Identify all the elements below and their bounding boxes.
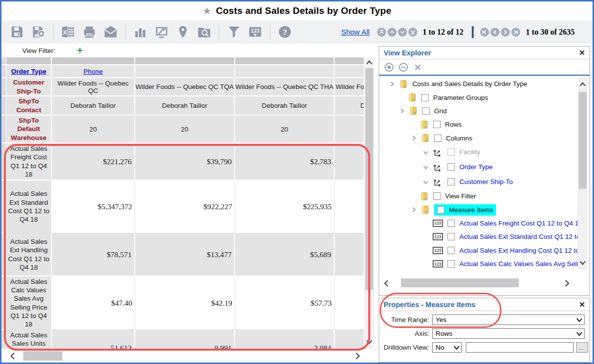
tree-item-parameter-groups[interactable]: Parameter Groups [379,91,578,104]
previous-row-button[interactable] [388,28,396,37]
previous-column-button[interactable] [491,28,499,37]
row-grip[interactable] [1,330,6,349]
next-column-button[interactable] [501,28,510,37]
drilldown-select[interactable]: No [432,342,462,353]
grid-cell [335,276,364,330]
email-icon[interactable] [102,24,119,40]
tree-item-measure-items[interactable]: Measure Items [379,203,578,216]
grid-cell: Wilder Foods -- Quebec QC [52,78,135,96]
bar-chart-icon[interactable] [132,24,148,40]
checkbox[interactable] [422,107,430,115]
remove-icon[interactable] [413,62,423,72]
row-grip[interactable] [1,181,6,233]
print-icon[interactable] [81,24,98,40]
order-type-header-link[interactable]: Order Type [6,65,52,78]
checkbox[interactable] [447,247,455,254]
row-grip[interactable] [1,233,6,276]
scroll-up-icon[interactable] [366,59,373,66]
checkbox[interactable] [447,233,455,240]
checkbox[interactable] [447,220,455,227]
first-row-button[interactable] [377,28,386,37]
scroll-thumb[interactable] [23,351,62,361]
filter-icon[interactable] [225,24,242,40]
row-grip[interactable] [1,143,6,181]
browse-button[interactable]: ... [576,342,588,353]
scroll-thumb[interactable] [579,92,587,189]
format-123-icon[interactable]: 123 [247,24,263,40]
tree-item-columns[interactable]: Columns [379,132,578,145]
chevron-down-icon[interactable] [422,148,430,156]
design-view-icon[interactable] [153,24,170,40]
tree-horizontal-scrollbar[interactable] [379,277,577,290]
chevron-right-icon[interactable] [410,206,418,214]
last-row-button[interactable] [408,28,417,37]
grid-vertical-scrollbar[interactable] [364,57,374,349]
map-pin-icon[interactable] [174,24,191,40]
show-all-link[interactable]: Show All [341,28,370,36]
scroll-thumb[interactable] [365,68,373,290]
chevron-down-icon[interactable] [422,178,430,186]
scroll-up-icon[interactable] [579,81,586,88]
tree-item-order-type[interactable]: Order Type [379,160,578,175]
add-filter-icon[interactable]: + [77,46,83,55]
tree-item-view-filter[interactable]: View Filter [379,189,578,203]
scroll-thumb[interactable] [401,278,519,287]
checkbox[interactable] [421,94,429,101]
axis-select[interactable]: Rows [432,328,585,339]
row-grip[interactable] [1,276,6,330]
last-column-button[interactable] [511,28,520,37]
tree-item-rows[interactable]: Rows [379,118,578,131]
row-grip[interactable] [1,116,6,143]
chevron-right-icon[interactable] [388,80,396,88]
checkbox[interactable] [437,206,445,214]
checkbox[interactable] [447,148,455,156]
chevron-down-icon[interactable] [422,163,430,171]
tree-item-customer-ship-to[interactable]: Customer Ship-To [379,175,578,189]
scroll-right-icon[interactable] [563,279,570,289]
scroll-left-icon[interactable] [9,352,16,362]
checkbox[interactable] [447,178,455,185]
order-type-value-link[interactable]: Phone [52,65,135,78]
tree-item-grid[interactable]: Grid [379,104,578,118]
time-range-select[interactable]: Yes [432,315,585,325]
row-grip[interactable] [1,96,6,116]
find-view-icon[interactable] [196,24,212,40]
scroll-down-icon[interactable] [579,259,586,266]
help-icon[interactable]: ? [276,24,293,40]
checkbox[interactable] [433,192,441,200]
checkbox[interactable] [433,121,441,128]
next-row-button[interactable] [398,28,407,37]
scroll-down-icon[interactable] [366,338,373,345]
first-column-button[interactable] [480,28,489,37]
row-grip[interactable] [1,78,6,96]
save-as-icon[interactable] [30,24,47,40]
row-grip[interactable] [1,65,6,78]
close-icon[interactable]: ✕ [579,300,585,309]
grid-horizontal-scrollbar[interactable] [6,350,364,362]
save-icon[interactable] [8,24,25,40]
collapse-all-icon[interactable] [398,62,408,72]
select-mode-icon[interactable] [384,62,394,72]
drilldown-view-input[interactable] [466,342,574,353]
favorite-star-icon[interactable]: ★ [202,5,211,17]
checkbox[interactable] [447,260,455,268]
tree-item-facility[interactable]: Facility [379,145,578,160]
chevron-right-icon[interactable] [410,134,418,142]
export-excel-icon[interactable]: X [59,24,76,40]
tree-item-view-root[interactable]: Costs and Sales Details by Order Type [379,77,578,91]
tree-vertical-scrollbar[interactable] [578,77,588,270]
tree-item-measure-avg-selling-price[interactable]: 123 Actual Sales Calc Values Sales Avg S… [379,257,578,271]
scroll-left-icon[interactable] [383,279,390,289]
tree-item-measure-ext-handling-cost[interactable]: 123 Actual Sales Ext Handling Cost Q1 12… [379,244,578,257]
tree-item-measure-freight-cost[interactable]: 123 Actual Sales Freight Cost Q1 12 to Q… [379,217,578,230]
close-icon[interactable]: ✕ [579,48,585,57]
tree-item-measure-ext-standard-cost[interactable]: 123 Actual Sales Ext Standard Cost Q1 12… [379,230,578,243]
checkbox[interactable] [434,135,442,142]
scroll-right-icon[interactable] [354,352,361,362]
chevron-right-icon[interactable] [398,107,406,115]
checkbox[interactable] [447,163,455,171]
row-grip[interactable] [1,57,6,65]
tree-item-measure-sales-units[interactable]: 123 Actual Sales Sales Units Q1 17 to Q3… [379,271,578,273]
grid-cell [235,65,335,78]
row-header: Actual Sales Freight Cost Q1 12 to Q4 18 [6,143,52,181]
